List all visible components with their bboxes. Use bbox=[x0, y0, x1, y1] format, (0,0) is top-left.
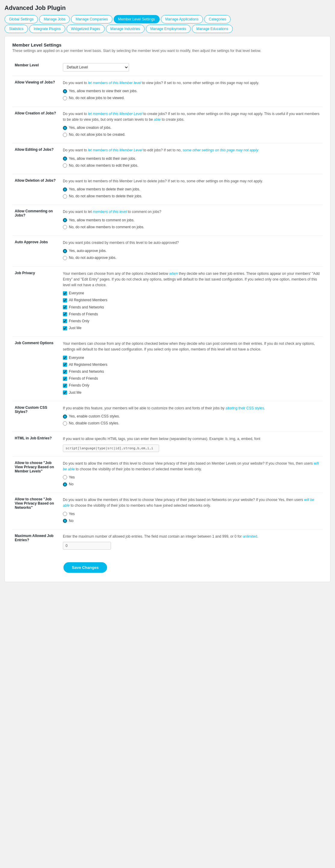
checkbox-input-job-privacy-1[interactable] bbox=[63, 298, 67, 303]
unlimited-link[interactable]: unlimited bbox=[243, 534, 257, 538]
setting-label-allow-editing: Allow Editing of Jobs? bbox=[12, 143, 60, 174]
radio-label-auto-approve-1: No, do not auto-approve jobs. bbox=[69, 255, 116, 261]
nav-tab-manage-companies[interactable]: Manage Companies bbox=[71, 15, 112, 24]
setting-row-html-in-entries: HTML in Job Entries?If you want to allow… bbox=[12, 432, 323, 456]
radio-group-allow-deletion: Yes, allow members to delete their own j… bbox=[63, 187, 320, 199]
setting-row-job-privacy: Job PrivacyYour members can choose from … bbox=[12, 267, 323, 337]
checkbox-input-job-privacy-4[interactable] bbox=[63, 319, 67, 323]
radio-label-allow-job-view-privacy-member-0: Yes bbox=[69, 474, 75, 480]
radio-input-allow-deletion-0[interactable] bbox=[63, 187, 67, 192]
radio-input-allow-editing-0[interactable] bbox=[63, 156, 67, 161]
nav-tab-manage-applications[interactable]: Manage Applications bbox=[161, 15, 203, 24]
checkbox-input-job-comment-options-4[interactable] bbox=[63, 383, 67, 388]
radio-input-allow-custom-css-1[interactable] bbox=[63, 422, 67, 426]
checkbox-input-job-comment-options-3[interactable] bbox=[63, 377, 67, 381]
checkbox-input-job-comment-options-5[interactable] bbox=[63, 391, 67, 395]
setting-desc-allow-job-view-privacy-member: Do you want to allow the members of this… bbox=[63, 461, 320, 472]
setting-row-allow-viewing: Allow Viewing of Jobs?Do you want to let… bbox=[12, 76, 323, 107]
radio-item-auto-approve-0: Yes, auto-approve jobs. bbox=[63, 248, 320, 254]
setting-value-max-job-entries: Enter the maximum number of allowed job … bbox=[60, 529, 323, 554]
html-tags-input[interactable] bbox=[63, 444, 159, 452]
checkbox-input-job-privacy-3[interactable] bbox=[63, 312, 67, 316]
radio-input-allow-commenting-1[interactable] bbox=[63, 225, 67, 229]
radio-label-allow-job-view-privacy-member-1: No bbox=[69, 482, 73, 487]
setting-value-allow-creation: Do you want to let members of this Membe… bbox=[60, 106, 323, 143]
radio-item-allow-viewing-1: No, do not allow jobs to be viewed. bbox=[63, 95, 320, 101]
checkbox-item-job-privacy-0: Everyone bbox=[63, 290, 320, 296]
radio-input-allow-job-view-privacy-networks-0[interactable] bbox=[63, 512, 67, 516]
radio-label-allow-deletion-1: No, do not allow members to delete their… bbox=[69, 193, 142, 199]
checkbox-input-job-comment-options-2[interactable] bbox=[63, 370, 67, 374]
radio-input-allow-viewing-0[interactable] bbox=[63, 89, 67, 93]
checkbox-item-job-comment-options-2: Friends and Networks bbox=[63, 369, 320, 375]
radio-item-allow-editing-0: Yes, allow members to edit their own job… bbox=[63, 156, 320, 162]
content-box: Member Level Settings These settings are… bbox=[4, 36, 331, 582]
setting-row-allow-job-view-privacy-member: Allow to choose "Job View Privacy Based … bbox=[12, 456, 323, 493]
radio-input-allow-custom-css-0[interactable] bbox=[63, 414, 67, 419]
radio-input-allow-job-view-privacy-networks-1[interactable] bbox=[63, 519, 67, 523]
radio-input-allow-commenting-0[interactable] bbox=[63, 218, 67, 222]
radio-input-allow-creation-0[interactable] bbox=[63, 126, 67, 130]
setting-value-auto-approve: Do you want jobs created by members of t… bbox=[60, 236, 323, 267]
section-title: Member Level Settings bbox=[12, 42, 323, 48]
radio-input-allow-deletion-1[interactable] bbox=[63, 194, 67, 198]
setting-label-allow-creation: Allow Creation of Jobs? bbox=[12, 106, 60, 143]
nav-tab-categories[interactable]: Categories bbox=[204, 15, 231, 24]
radio-input-allow-creation-1[interactable] bbox=[63, 133, 67, 137]
radio-input-auto-approve-1[interactable] bbox=[63, 256, 67, 260]
nav-tab-manage-employments[interactable]: Manage Employments bbox=[146, 25, 191, 33]
nav-tab-widgetized-pages[interactable]: Widgetized Pages bbox=[66, 25, 105, 33]
radio-item-allow-custom-css-1: No, disable custom CSS styles. bbox=[63, 421, 320, 426]
setting-row-allow-commenting: Allow Commenting on Jobs?Do you want to … bbox=[12, 205, 323, 236]
setting-value-html-in-entries: If you want to allow specific HTML tags,… bbox=[60, 432, 323, 456]
checkbox-item-job-comment-options-5: Just Me bbox=[63, 390, 320, 396]
nav-tab-manage-educations[interactable]: Manage Educations bbox=[192, 25, 233, 33]
checkbox-input-job-privacy-2[interactable] bbox=[63, 305, 67, 309]
radio-input-auto-approve-0[interactable] bbox=[63, 249, 67, 253]
save-button[interactable]: Save Changes bbox=[63, 562, 107, 573]
radio-label-allow-custom-css-0: Yes, enable custom CSS styles. bbox=[69, 413, 120, 419]
checkbox-input-job-comment-options-1[interactable] bbox=[63, 363, 67, 367]
checkbox-label-job-privacy-0: Everyone bbox=[69, 290, 84, 296]
nav-tab-global-settings[interactable]: Global Settings bbox=[4, 15, 38, 24]
setting-desc-job-privacy: Your members can choose from any of the … bbox=[63, 271, 320, 288]
setting-desc-allow-creation: Do you want to let members of this Membe… bbox=[63, 111, 320, 123]
setting-value-allow-viewing: Do you want to let members of this Membe… bbox=[60, 76, 323, 107]
radio-input-allow-editing-1[interactable] bbox=[63, 163, 67, 167]
setting-label-allow-commenting: Allow Commenting on Jobs? bbox=[12, 205, 60, 236]
radio-input-allow-job-view-privacy-member-0[interactable] bbox=[63, 475, 67, 479]
radio-label-allow-creation-1: No, do not allow jobs to be created. bbox=[69, 132, 125, 137]
setting-value-allow-editing: Do you want to let members of this Membe… bbox=[60, 143, 323, 174]
nav-tab-manage-industries[interactable]: Manage Industries bbox=[106, 25, 145, 33]
setting-row-allow-custom-css: Allow Custom CSS Styles?If you enable th… bbox=[12, 401, 323, 432]
setting-row-job-comment-options: Job Comment OptionsYour members can choo… bbox=[12, 337, 323, 401]
radio-input-allow-job-view-privacy-member-1[interactable] bbox=[63, 483, 67, 487]
setting-row-allow-editing: Allow Editing of Jobs?Do you want to let… bbox=[12, 143, 323, 174]
radio-input-allow-viewing-1[interactable] bbox=[63, 96, 67, 100]
setting-desc-html-in-entries: If you want to allow specific HTML tags,… bbox=[63, 436, 320, 442]
radio-item-allow-creation-0: Yes, allow creation of jobs. bbox=[63, 125, 320, 131]
radio-item-allow-viewing-0: Yes, allow members to view their own job… bbox=[63, 88, 320, 94]
max-entries-input[interactable] bbox=[63, 542, 111, 550]
radio-item-allow-commenting-1: No, do not allow members to comment on j… bbox=[63, 224, 320, 230]
checkbox-label-job-privacy-2: Friends and Networks bbox=[69, 305, 104, 310]
checkbox-label-job-comment-options-5: Just Me bbox=[69, 390, 82, 396]
radio-group-allow-commenting: Yes, allow members to comment on jobs.No… bbox=[63, 217, 320, 230]
nav-tab-statistics[interactable]: Statistics bbox=[4, 25, 28, 33]
checkbox-input-job-privacy-5[interactable] bbox=[63, 326, 67, 330]
setting-desc-allow-editing: Do you want to let members of this Membe… bbox=[63, 148, 320, 153]
setting-value-allow-deletion: Do you want to let members of this Membe… bbox=[60, 174, 323, 205]
checkbox-input-job-privacy-0[interactable] bbox=[63, 291, 67, 296]
radio-label-allow-job-view-privacy-networks-1: No bbox=[69, 518, 73, 524]
nav-tab-manage-jobs[interactable]: Manage Jobs bbox=[39, 15, 70, 24]
checkbox-label-job-privacy-1: All Registered Members bbox=[69, 297, 107, 303]
setting-desc-max-job-entries: Enter the maximum number of allowed job … bbox=[63, 534, 320, 539]
checkbox-input-job-comment-options-0[interactable] bbox=[63, 355, 67, 360]
member-level-label: Member Level bbox=[12, 59, 60, 76]
member-level-select[interactable]: Default Level bbox=[63, 63, 129, 71]
checkbox-label-job-comment-options-2: Friends and Networks bbox=[69, 369, 104, 375]
nav-tab-member-level-settings[interactable]: Member Level Settings bbox=[114, 15, 160, 24]
radio-item-auto-approve-1: No, do not auto-approve jobs. bbox=[63, 255, 320, 261]
checkbox-group-job-comment-options: EveryoneAll Registered MembersFriends an… bbox=[63, 355, 320, 396]
nav-tab-integrate-plugins[interactable]: Integrate Plugins bbox=[29, 25, 65, 33]
